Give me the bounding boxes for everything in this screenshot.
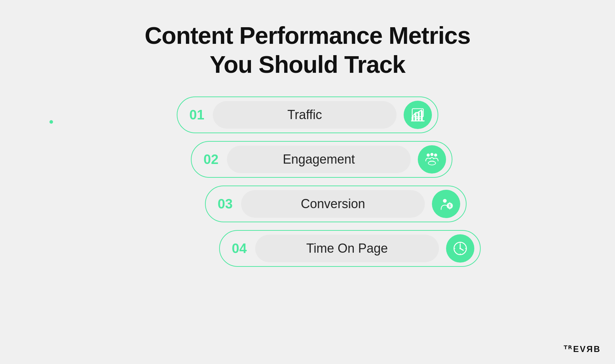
logo-text: ᵀᴿEVЯB bbox=[564, 344, 601, 354]
brand-logo: ᵀᴿEVЯB bbox=[564, 344, 601, 354]
metric-row-1: 01 Traffic bbox=[177, 96, 438, 133]
svg-rect-3 bbox=[421, 111, 423, 121]
decorative-dot bbox=[49, 120, 53, 124]
metric-icon-wrap-2 bbox=[418, 145, 446, 174]
metric-label-wrap-4: Time On Page bbox=[255, 235, 439, 262]
conversion-icon: $ bbox=[439, 196, 453, 211]
metric-pill-2: 02 Engagement bbox=[191, 141, 452, 178]
metric-row-4: 04 Time On Page bbox=[134, 230, 481, 267]
metric-number-3: 03 bbox=[209, 196, 241, 212]
title-line2: You Should Track bbox=[210, 51, 405, 78]
metric-pill-4: 04 Time On Page bbox=[219, 230, 481, 267]
metric-label-wrap-3: Conversion bbox=[241, 190, 425, 218]
title-line1: Content Performance Metrics bbox=[145, 22, 470, 49]
clock-icon bbox=[453, 241, 468, 256]
metric-label-wrap-2: Engagement bbox=[227, 146, 411, 173]
metric-row-2: 02 Engagement bbox=[163, 141, 452, 178]
metric-number-1: 01 bbox=[181, 107, 213, 123]
page-title: Content Performance Metrics You Should T… bbox=[145, 21, 470, 79]
metric-pill-3: 03 Conversion $ bbox=[205, 186, 467, 222]
metric-icon-wrap-3: $ bbox=[432, 190, 460, 218]
chart-icon bbox=[410, 107, 425, 122]
svg-point-19 bbox=[459, 248, 461, 249]
handshake-icon bbox=[424, 152, 439, 167]
metric-label-4: Time On Page bbox=[306, 241, 388, 256]
metric-pill-1: 01 Traffic bbox=[177, 96, 438, 133]
svg-rect-4 bbox=[411, 121, 425, 122]
svg-text:$: $ bbox=[449, 204, 451, 208]
metric-row-3: 03 Conversion $ bbox=[148, 186, 467, 222]
metric-number-4: 04 bbox=[223, 241, 255, 256]
metric-label-2: Engagement bbox=[283, 152, 355, 167]
svg-point-12 bbox=[428, 161, 436, 165]
svg-point-13 bbox=[443, 199, 447, 203]
metric-number-2: 02 bbox=[195, 152, 227, 167]
svg-point-9 bbox=[427, 154, 430, 157]
metrics-list: 01 Traffic bbox=[0, 96, 615, 267]
svg-rect-1 bbox=[415, 114, 416, 121]
metric-label-3: Conversion bbox=[301, 196, 365, 211]
svg-point-10 bbox=[430, 153, 434, 156]
metric-label-1: Traffic bbox=[287, 107, 322, 122]
metric-icon-wrap-4 bbox=[446, 234, 474, 263]
svg-point-11 bbox=[434, 154, 437, 157]
metric-icon-wrap-1 bbox=[404, 101, 432, 129]
metric-label-wrap-1: Traffic bbox=[213, 101, 397, 129]
